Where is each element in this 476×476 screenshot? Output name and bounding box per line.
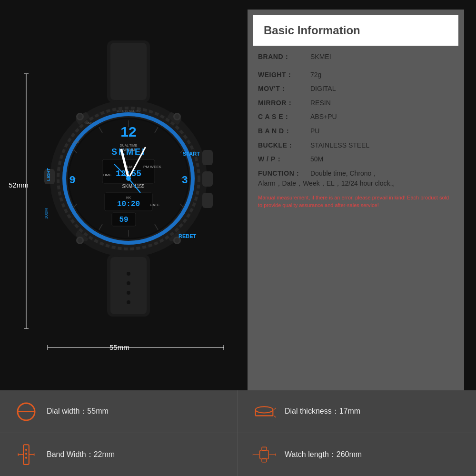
width-dimension: 55mm (109, 343, 129, 351)
svg-text:TIME: TIME (102, 173, 111, 177)
band-width-icon (14, 443, 38, 466)
dial-thickness-label: Dial thickness：17mm (285, 407, 360, 416)
movement-label: MOV'T： (258, 84, 310, 94)
svg-text:START: START (183, 151, 200, 157)
svg-text:12: 12 (120, 124, 136, 139)
svg-point-97 (25, 449, 27, 451)
weight-value: 72g (310, 70, 454, 80)
svg-text:WR 50M: WR 50M (122, 148, 135, 151)
function-label: FUNCTION： (258, 169, 310, 178)
dial-thickness-icon (252, 400, 276, 424)
svg-point-20 (78, 114, 82, 119)
svg-text:300M: 300M (44, 208, 49, 219)
svg-point-83 (256, 407, 273, 413)
info-body: BRAND： SKMEI WEIGHT： 72g MOV'T： DIGITAL … (248, 46, 464, 214)
svg-rect-9 (110, 257, 147, 314)
dial-width-cell: Dial width：55mm (0, 390, 238, 433)
mirror-value: RESIN (310, 99, 454, 108)
brand-value: SKMEI (310, 52, 454, 62)
buckle-row: BUCKLE： STAINLESS STEEL (258, 141, 454, 150)
svg-text:sec: sec (126, 196, 131, 199)
svg-point-10 (127, 272, 130, 276)
mirror-row: MIRROR： RESIN (258, 99, 454, 108)
info-title: Basic Information (264, 24, 448, 37)
band-row: B A N D： PU (258, 127, 454, 136)
bottom-row-1: Dial width：55mm Dial thickness：17mm (0, 390, 476, 433)
watch-length-icon (252, 443, 276, 466)
wp-value: 50M (310, 155, 454, 164)
svg-rect-28 (202, 171, 213, 187)
svg-text:59: 59 (119, 216, 128, 224)
svg-point-69 (126, 176, 131, 181)
svg-point-13 (127, 300, 130, 304)
brand-row: BRAND： SKMEI (258, 52, 454, 62)
svg-rect-29 (202, 193, 213, 208)
case-label: C A S E： (258, 112, 310, 122)
bottom-row-2: Band Width：22mm Watch length：260mm (0, 433, 476, 476)
brand-label: BRAND： (258, 52, 310, 62)
function-value-2: Alarm，Date，Week，EL，12/24 hour clock.。 (258, 179, 398, 187)
mirror-label: MIRROR： (258, 99, 310, 108)
weight-row: WEIGHT： 72g (258, 70, 454, 80)
watch-area: 52mm 55mm (0, 0, 248, 390)
svg-point-98 (25, 453, 27, 455)
svg-text:10:20: 10:20 (117, 200, 140, 208)
svg-rect-7 (110, 43, 147, 100)
svg-point-99 (25, 457, 27, 459)
svg-text:CHI NYC SCL RIO: CHI NYC SCL RIO (117, 109, 140, 112)
watch-length-label: Watch length：260mm (285, 450, 362, 460)
wp-label: W / P： (258, 155, 310, 164)
info-panel: Basic Information BRAND： SKMEI WEIGHT： 7… (248, 10, 464, 400)
watch-length-cell: Watch length：260mm (238, 433, 476, 476)
dial-width-icon (14, 400, 38, 424)
svg-text:LIGHT: LIGHT (46, 168, 51, 181)
svg-text:3: 3 (182, 174, 188, 186)
svg-text:DUAL TIME: DUAL TIME (120, 144, 138, 147)
band-width-cell: Band Width：22mm (0, 433, 238, 476)
svg-text:REBET: REBET (178, 233, 197, 239)
svg-text:DATE: DATE (150, 203, 160, 207)
buckle-value: STAINLESS STEEL (310, 141, 454, 150)
wp-row: W / P： 50M (258, 155, 454, 164)
bottom-bar: Dial width：55mm Dial thickness：17mm (0, 390, 476, 476)
case-row: C A S E： ABS+PU (258, 112, 454, 122)
svg-text:PM WEEK: PM WEEK (143, 165, 161, 169)
case-value: ABS+PU (310, 112, 454, 122)
svg-point-11 (127, 281, 130, 285)
measurement-note: Manual measurement, if there is an error… (258, 194, 454, 209)
band-value: PU (310, 127, 454, 136)
dial-thickness-cell: Dial thickness：17mm (238, 390, 476, 433)
band-label: B A N D： (258, 127, 310, 136)
function-value: Double time, Chrono， (310, 169, 378, 178)
band-width-label: Band Width：22mm (47, 450, 115, 460)
svg-point-22 (175, 114, 179, 119)
svg-line-88 (274, 416, 276, 418)
svg-text:DEN: DEN (87, 121, 93, 124)
main-container: 52mm 55mm (0, 0, 476, 390)
svg-line-87 (274, 407, 276, 409)
function-row: FUNCTION： Double time, Chrono， Alarm，Dat… (258, 169, 454, 189)
buckle-label: BUCKLE： (258, 141, 310, 150)
weight-label: WEIGHT： (258, 70, 310, 80)
svg-rect-27 (202, 150, 213, 165)
watch-svg: 12 3 6 9 SKMEI ALM PM WEEK 12:55 TIME SK… (38, 40, 219, 317)
info-header: Basic Information (253, 15, 458, 46)
svg-point-24 (78, 238, 82, 243)
watch-image: 12 3 6 9 SKMEI ALM PM WEEK 12:55 TIME SK… (29, 24, 228, 333)
svg-text:9: 9 (69, 174, 75, 186)
svg-text:LAX: LAX (73, 140, 79, 143)
svg-rect-100 (260, 450, 269, 459)
height-dimension: 52mm (9, 181, 29, 189)
movement-value: DIGITAL (310, 84, 454, 94)
dial-width-label: Dial width：55mm (47, 407, 109, 416)
movement-row: MOV'T： DIGITAL (258, 84, 454, 94)
svg-point-12 (127, 291, 130, 295)
